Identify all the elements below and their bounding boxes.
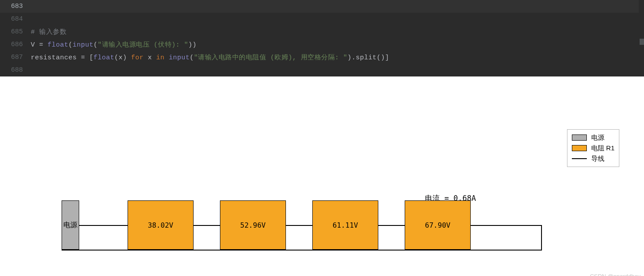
figure-panel: 电源电阻 R1导线 电流 = 0.68A 电源38.02V52.96V61.11… [0,76,644,276]
wire [471,225,541,226]
legend-entry: 电源 [572,132,615,143]
circuit-diagram: 电源38.02V52.96V61.11V67.90V [62,200,567,262]
resistor-block: 61.11V [312,200,378,250]
code-line[interactable]: 686V = float(input("请输入电源电压 (伏特): ")) [0,38,644,51]
legend-label: 电源 [591,134,604,142]
editor-scroll-marker[interactable] [640,39,644,45]
code-line[interactable]: 684 [0,13,644,25]
legend-entry: 导线 [572,153,615,164]
orange-swatch-icon [572,145,587,151]
code-content[interactable]: resistances = [float(x) for x in input("… [31,53,644,62]
power-source-block: 电源 [62,200,79,250]
code-content[interactable]: # 输入参数 [31,28,644,36]
resistor-block: 67.90V [405,200,471,250]
code-line[interactable]: 685# 输入参数 [0,25,644,38]
grey-swatch-icon [572,134,587,141]
line-icon [572,158,587,159]
code-line[interactable]: 683 [0,0,644,13]
resistor-block: 38.02V [128,200,194,250]
watermark: CSDN @nnerddboy [590,273,640,276]
wire [79,225,128,226]
editor-minimap [639,0,644,71]
line-number: 688 [0,66,31,74]
wire [286,225,312,226]
wire [62,250,542,251]
code-editor[interactable]: 683684685# 输入参数686V = float(input("请输入电源… [0,0,644,76]
line-number: 687 [0,54,31,61]
legend-entry: 电阻 R1 [572,143,615,153]
code-line[interactable]: 687resistances = [float(x) for x in inpu… [0,51,644,64]
wire [194,225,220,226]
legend-label: 导线 [591,155,604,163]
wire [541,225,542,251]
line-number: 684 [0,15,31,23]
wire [378,225,405,226]
line-number: 685 [0,28,31,36]
resistor-block: 52.96V [220,200,286,250]
line-number: 683 [0,3,31,10]
chart-legend: 电源电阻 R1导线 [567,129,619,167]
code-line[interactable]: 688 [0,64,644,76]
line-number: 686 [0,41,31,48]
legend-label: 电阻 R1 [591,144,615,153]
code-content[interactable]: V = float(input("请输入电源电压 (伏特): ")) [31,40,644,49]
